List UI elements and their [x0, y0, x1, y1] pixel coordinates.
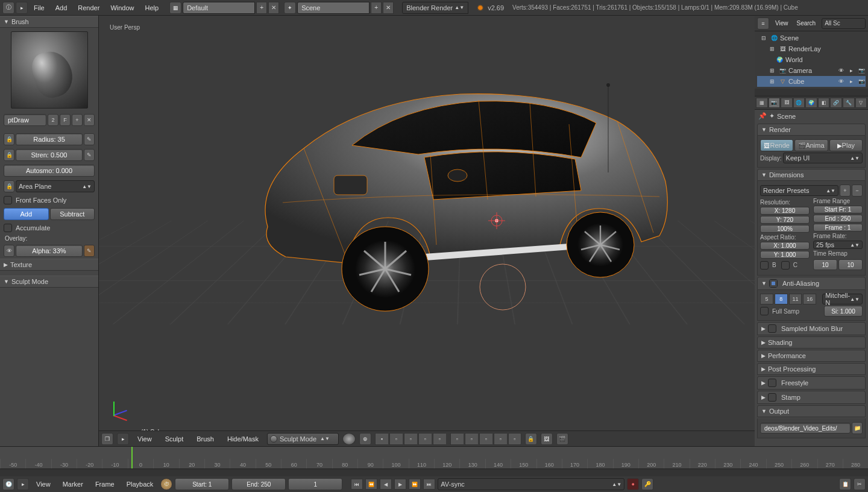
plane-lock-icon[interactable]: 🔒	[4, 180, 14, 192]
3d-viewport[interactable]: User Persp	[99, 16, 755, 446]
brush-fake-user[interactable]: F	[60, 114, 71, 126]
timeline-editor-icon[interactable]: 🕐	[2, 478, 14, 490]
play-forward-icon[interactable]: ▶	[394, 479, 406, 490]
jump-start-icon[interactable]: ⏮	[351, 479, 363, 490]
brush-thumbnail[interactable]	[11, 31, 88, 109]
paste-keyframes-icon[interactable]: ✂	[854, 478, 866, 490]
tab-modifiers[interactable]: 🔧	[843, 98, 855, 108]
border-checkbox[interactable]	[760, 261, 769, 270]
keyframe-prev-icon[interactable]: ⏪	[365, 479, 377, 490]
render-icon[interactable]: 📷	[857, 77, 866, 86]
render-button[interactable]: 🖼Rende	[760, 139, 793, 151]
brush-name-field[interactable]: ptDraw	[4, 114, 46, 126]
outliner-search-menu[interactable]: Search	[794, 19, 819, 28]
aa-5-button[interactable]: 5	[760, 294, 773, 304]
brush-users[interactable]: 2	[48, 114, 58, 126]
radius-pressure-icon[interactable]: ✎	[84, 133, 95, 145]
render-presets-select[interactable]: Render Presets▲▼	[760, 185, 838, 196]
menu-render[interactable]: Render	[73, 2, 104, 14]
tab-world[interactable]: 🌍	[805, 98, 817, 108]
menu-hidemask[interactable]: Hide/Mask	[222, 433, 263, 445]
performance-header[interactable]: ▶Performance	[757, 350, 866, 362]
render-engine-select[interactable]: Blender Render▲▼	[402, 2, 468, 14]
timeline-menu-playback[interactable]: Playback	[122, 478, 159, 490]
aa-16-button[interactable]: 16	[803, 294, 816, 304]
tree-camera[interactable]: ⊞📷Camera👁▸📷	[757, 65, 866, 76]
pin-icon[interactable]: 📌	[758, 112, 767, 120]
sculpt-plane-select[interactable]: Area Plane▲▼	[16, 180, 95, 192]
tree-scene[interactable]: ⊟🌐Scene	[757, 33, 866, 43]
output-header[interactable]: ▼Output	[757, 405, 866, 417]
accumulate-checkbox[interactable]: Accumulate	[4, 224, 95, 232]
layout-name[interactable]: Default	[183, 2, 255, 14]
tab-scene[interactable]: 🌐	[793, 98, 805, 108]
sync-mode-select[interactable]: AV-sync▲▼	[438, 478, 624, 490]
aa-11-button[interactable]: 11	[789, 294, 802, 304]
cursor-icon[interactable]: ▸	[847, 66, 855, 75]
tree-renderlayers[interactable]: ⊞🖼RenderLay	[757, 43, 866, 54]
menu-view-3d[interactable]: View	[133, 433, 157, 445]
crop-checkbox[interactable]	[781, 261, 790, 270]
aa-size-field[interactable]: Si: 1.000	[824, 306, 863, 317]
layout-remove-button[interactable]: ✕	[268, 2, 279, 14]
clapper-icon[interactable]: 🎬	[556, 433, 568, 445]
scene-browse-icon[interactable]: ✦	[284, 2, 296, 14]
fps-select[interactable]: 25 fps▲▼	[813, 241, 863, 249]
tab-constraints[interactable]: 🔗	[830, 98, 842, 108]
editor-type-3dview-icon[interactable]: ❒	[101, 433, 113, 445]
front-faces-checkbox[interactable]: Front Faces Only	[4, 196, 95, 204]
brush-add-button[interactable]: +	[72, 114, 83, 126]
brush-panel-header[interactable]: ▼Brush	[0, 16, 98, 28]
dimensions-section-header[interactable]: ▼Dimensions	[757, 169, 866, 181]
editor-menus-toggle[interactable]: ▸	[16, 2, 28, 14]
render-section-header[interactable]: ▼Render	[757, 124, 866, 136]
texture-panel-header[interactable]: ▶Texture	[0, 259, 98, 271]
scene-remove-button[interactable]: ✕	[383, 2, 394, 14]
res-y-field[interactable]: Y: 720	[760, 216, 810, 224]
end-frame-field[interactable]: End : 250	[813, 215, 863, 222]
outliner-tree[interactable]: ⊟🌐Scene ⊞🖼RenderLay 🌍World ⊞📷Camera👁▸📷 ⊞…	[755, 31, 868, 89]
scene-add-button[interactable]: +	[371, 2, 382, 14]
aa-8-button[interactable]: 8	[775, 294, 788, 304]
lock-camera-icon[interactable]: 🔒	[525, 433, 537, 445]
output-path-field[interactable]: deos/Blender_Video_Edits/	[760, 423, 851, 434]
output-browse-icon[interactable]: 📁	[852, 422, 863, 434]
render-preview-icon[interactable]: 🖼	[541, 433, 553, 445]
start-frame-field[interactable]: Start Fr: 1	[813, 206, 863, 213]
tab-object[interactable]: ◧	[818, 98, 830, 108]
sculpt-mode-panel-header[interactable]: ▼Sculpt Mode	[0, 276, 98, 288]
keying-set-icon[interactable]: 🔑	[641, 478, 653, 490]
res-x-field[interactable]: X: 1280	[760, 207, 810, 215]
timeline-ruler[interactable]: -50-40-30-20-100102030405060708090100110…	[0, 446, 868, 469]
outliner-display-mode[interactable]: All Sc	[822, 18, 866, 29]
mode-select[interactable]: Sculpt Mode▲▼	[267, 433, 339, 445]
strength-lock-icon[interactable]: 🔒	[4, 149, 14, 161]
postprocessing-header[interactable]: ▶Post Processing	[757, 363, 866, 375]
render-icon[interactable]: 📷	[857, 66, 866, 75]
tree-cube[interactable]: ⊞▽Cube👁▸📷	[757, 76, 866, 87]
jump-end-icon[interactable]: ⏭	[423, 479, 435, 490]
motion-blur-header[interactable]: ▶Sampled Motion Blur	[757, 322, 866, 335]
tree-world[interactable]: 🌍World	[757, 54, 866, 65]
header-collapse-icon[interactable]: ▸	[117, 433, 129, 445]
tab-renderlayers[interactable]: 🖼	[781, 98, 793, 108]
strength-field[interactable]: Stren: 0.500	[16, 149, 83, 161]
timeline-collapse-icon[interactable]: ▸	[17, 478, 29, 490]
animation-button[interactable]: 🎬Anima	[794, 139, 828, 151]
subtract-button[interactable]: Subtract	[50, 208, 95, 220]
tab-render[interactable]: 📷	[769, 98, 781, 108]
timeline-menu-marker[interactable]: Marker	[58, 478, 88, 490]
play-reverse-icon[interactable]: ◀	[380, 479, 392, 490]
use-preview-range-icon[interactable]: ⏱	[160, 478, 172, 490]
strength-pressure-icon[interactable]: ✎	[84, 149, 95, 161]
eye-icon[interactable]: 👁	[837, 66, 845, 75]
display-select[interactable]: Keep UI▲▼	[783, 153, 863, 163]
keyframe-next-icon[interactable]: ⏩	[409, 479, 421, 490]
aspect-x-field[interactable]: X: 1.000	[760, 242, 810, 250]
freestyle-header[interactable]: ▶Freestyle	[757, 376, 866, 390]
current-frame-field[interactable]: 1	[288, 478, 342, 490]
layer-buttons[interactable]: ▪▫▫▫▫ ▫▫▫▫▫	[375, 433, 521, 445]
copy-keyframes-icon[interactable]: 📋	[839, 478, 851, 490]
frame-step-field[interactable]: Frame : 1	[813, 224, 863, 232]
outliner-editor-icon[interactable]: ≡	[757, 17, 769, 30]
